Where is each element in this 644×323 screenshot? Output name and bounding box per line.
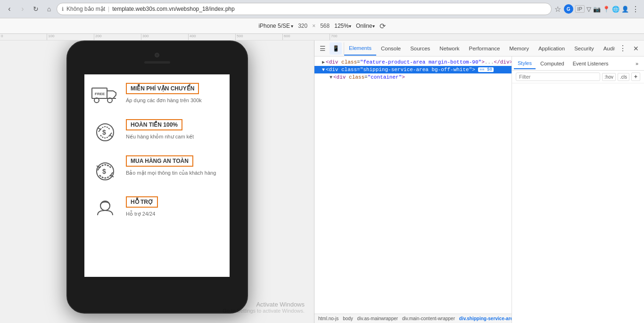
feature-text-2: HOÀN TIỀN 100% Nếu hàng khỏm như cam kết	[126, 119, 194, 140]
feature-text-3: MUA HÀNG AN TOÀN Bảo mật mọi thông tin c…	[126, 155, 216, 177]
tab-performance[interactable]: Performance	[464, 42, 505, 55]
feature-desc-2: Nếu hàng khỏm như cam kết	[126, 133, 194, 140]
html-tree-panel: ▶ <div class="feature-product-area margi…	[314, 57, 512, 323]
feature-desc-4: Hỗ trợ 24/24	[126, 210, 158, 218]
devtools-top-bar: ☰ 📱 Elements Console Sources Network Per…	[314, 40, 644, 57]
filter-hov-option[interactable]: :hov	[602, 73, 616, 81]
ext-icon-1[interactable]: G	[564, 4, 573, 14]
address-bar[interactable]: ℹ Không bảo mật | template.web30s.com.vn…	[57, 3, 552, 15]
phone-mockup: FREE MIỄN PHÍ VẬN CHUYỂN Áp d	[66, 40, 248, 314]
ruler-mark: 700	[330, 34, 644, 40]
tab-elements[interactable]: Elements	[344, 41, 376, 56]
feature-item-2: $ HOÀN TIỀN 100% Nếu hàng khỏm như cam k…	[91, 119, 223, 145]
ext-icon-5[interactable]: 📍	[603, 6, 610, 13]
tab-memory[interactable]: Memory	[504, 42, 534, 55]
feature-item-1: FREE MIỄN PHÍ VẬN CHUYỂN Áp d	[91, 83, 223, 109]
forward-button[interactable]: ›	[17, 3, 28, 15]
inspect-button[interactable]: ☰	[316, 42, 329, 55]
tab-audits[interactable]: Audits	[599, 42, 615, 55]
breadcrumb-bar: html.no-js body div.as-mainwrapper div.m…	[314, 314, 512, 323]
styles-panel: Styles Computed Event Listeners » :hov .…	[512, 57, 644, 323]
feature-title-4: HỖ TRỢ	[126, 196, 158, 208]
tab-application[interactable]: Application	[534, 42, 570, 55]
phone-speaker	[144, 61, 170, 64]
activate-windows-overlay: Activate Windows Go to Settings to activ…	[223, 301, 305, 314]
ext-icon-3[interactable]: ▽	[586, 6, 591, 13]
ext-icon-4[interactable]: 📷	[593, 6, 601, 13]
feature-desc-1: Áp dụng các đơn hàng trên 300k	[126, 97, 202, 104]
sub-tab-computed[interactable]: Computed	[537, 58, 568, 69]
reload-button[interactable]: ↻	[30, 3, 41, 15]
screen-content: FREE MIỄN PHÍ VẬN CHUYỂN Áp d	[84, 74, 230, 231]
breadcrumb-mainwrapper[interactable]: div.as-mainwrapper	[357, 316, 398, 321]
feature-title-1: MIỄN PHÍ VẬN CHUYỂN	[126, 83, 199, 94]
feature-text-1: MIỄN PHÍ VẬN CHUYỂN Áp dụng các đơn hàng…	[126, 83, 202, 104]
svg-text:$: $	[102, 168, 106, 175]
menu-icon[interactable]: ⋮	[631, 4, 640, 15]
phone-top	[67, 41, 247, 74]
sub-tab-event-listeners[interactable]: Event Listeners	[569, 58, 612, 69]
bookmark-icon[interactable]: ☆	[553, 4, 562, 15]
ruler-mark: 400	[189, 34, 236, 40]
html-content-2: <div class="shipping-service-area bg-off…	[326, 67, 475, 73]
main-area: FREE MIỄN PHÍ VẬN CHUYỂN Áp d	[0, 40, 644, 323]
html-tree-content: ▶ <div class="feature-product-area margi…	[314, 57, 512, 314]
url-separator: |	[108, 6, 109, 12]
ruler-mark: 500	[236, 34, 283, 40]
breadcrumb-body[interactable]: body	[343, 316, 353, 321]
svg-text:FREE: FREE	[95, 92, 105, 96]
device-toggle-button[interactable]: 📱	[330, 42, 342, 55]
ext-icon-6[interactable]: 🌐	[612, 6, 619, 13]
browser-nav: ‹ › ↻ ⌂ ℹ Không bảo mật | template.web30…	[0, 0, 644, 18]
triangle-icon-2: ▼	[322, 67, 325, 73]
device-toolbar: iPhone 5/SE ▾ 320 × 568 125%▾ Online▾ ⟳	[0, 18, 644, 34]
breadcrumb-content-wrapper[interactable]: div.main-content-wrapper	[402, 316, 455, 321]
breadcrumb-html[interactable]: html.no-js	[318, 316, 339, 321]
rotate-icon[interactable]: ⟳	[380, 22, 386, 31]
tab-network[interactable]: Network	[435, 42, 464, 55]
feature-desc-3: Bảo mật mọi thông tin của khách hàng	[126, 170, 216, 177]
filter-add-option[interactable]: +	[631, 73, 640, 81]
html-line-1[interactable]: ▶ <div class="feature-product-area margi…	[314, 58, 512, 66]
refund-icon: $	[91, 119, 119, 145]
breadcrumb-shipping[interactable]: div.shipping-service-area.bg-off-white	[459, 316, 512, 321]
activate-windows-text: Activate Windows	[223, 301, 305, 308]
html-content-3: <div class="container">	[333, 74, 405, 80]
feature-title-2: HOÀN TIỀN 100%	[126, 119, 182, 130]
feature-item-3: $ MUA HÀNG AN TOÀN Bảo mật mọi thông tin…	[91, 155, 223, 186]
filter-bar: :hov .cls +	[512, 71, 644, 83]
not-secure-label: Không bảo mật	[66, 6, 105, 12]
support-icon	[91, 196, 119, 222]
sub-tab-more[interactable]: »	[632, 58, 642, 69]
cross-icon: ×	[312, 23, 315, 29]
tab-security[interactable]: Security	[570, 42, 599, 55]
back-button[interactable]: ‹	[4, 3, 15, 15]
ruler-mark: 600	[283, 34, 330, 40]
filter-input[interactable]	[516, 73, 600, 81]
zoom-selector[interactable]: 125%▾	[334, 23, 351, 29]
device-height: 568	[320, 23, 330, 29]
sub-tab-styles[interactable]: Styles	[514, 58, 536, 69]
info-icon: ℹ	[62, 6, 64, 12]
online-selector[interactable]: Online▾	[356, 23, 375, 29]
devtools-left-icons: ☰ 📱	[314, 42, 344, 55]
secure-icon: $	[91, 155, 119, 186]
feature-title-3: MUA HÀNG AN TOÀN	[126, 155, 193, 167]
filter-cls-option[interactable]: .cls	[618, 73, 629, 81]
device-selector[interactable]: iPhone 5/SE ▾	[258, 23, 293, 29]
ruler-mark: 100	[47, 34, 94, 40]
phone-camera	[155, 53, 159, 57]
ext-icon-2[interactable]: IP	[575, 5, 585, 13]
toolbar-right: ☆ G IP ▽ 📷 📍 🌐 👤 ⋮	[553, 4, 640, 15]
home-button[interactable]: ⌂	[43, 3, 55, 15]
ext-icon-7[interactable]: 👤	[621, 6, 629, 13]
html-line-3[interactable]: ▼ <div class="container">	[314, 73, 512, 81]
tab-console[interactable]: Console	[376, 42, 405, 55]
ruler-mark: 200	[94, 34, 141, 40]
tab-sources[interactable]: Sources	[405, 42, 435, 55]
devtools-more-button[interactable]: ⋮	[617, 42, 629, 55]
feature-item-4: HỖ TRỢ Hỗ trợ 24/24	[91, 196, 223, 222]
devtools-close-button[interactable]: ✕	[630, 42, 642, 55]
styles-sub-tabs: Styles Computed Event Listeners »	[512, 57, 644, 71]
html-line-2[interactable]: ▼ <div class="shipping-service-area bg-o…	[314, 66, 512, 73]
